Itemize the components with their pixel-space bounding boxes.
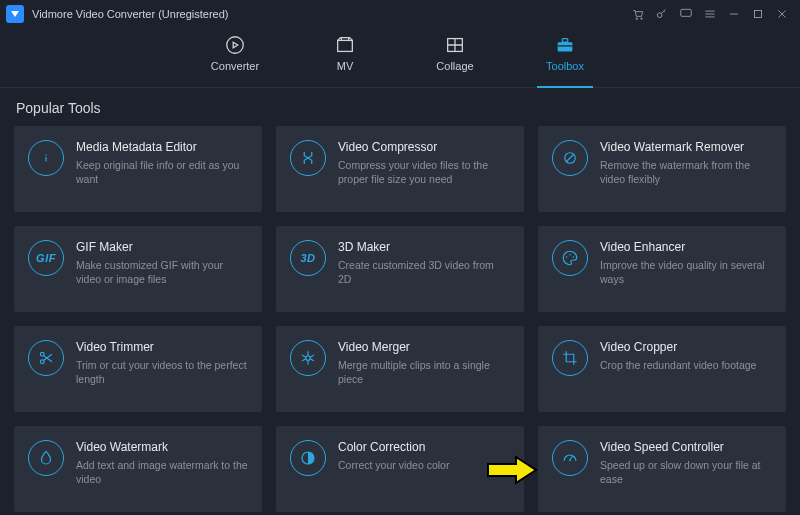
tool-title: Color Correction (338, 440, 510, 454)
mv-icon (334, 34, 356, 56)
tool-video-trimmer[interactable]: Video Trimmer Trim or cut your videos to… (14, 326, 262, 412)
tool-desc: Speed up or slow down your file at ease (600, 458, 772, 486)
feedback-icon[interactable] (674, 4, 698, 24)
svg-point-2 (657, 13, 662, 18)
tab-label: Converter (211, 60, 259, 72)
gauge-icon (552, 440, 588, 476)
tab-label: Collage (436, 60, 473, 72)
tool-color-correction[interactable]: Color Correction Correct your video colo… (276, 426, 524, 512)
window-title: Vidmore Video Converter (Unregistered) (32, 8, 228, 20)
palette-icon (552, 240, 588, 276)
svg-rect-6 (338, 40, 353, 51)
tool-desc: Trim or cut your videos to the perfect l… (76, 358, 248, 386)
main-nav: Converter MV Collage Toolbox (0, 28, 800, 88)
tab-toolbox[interactable]: Toolbox (531, 34, 599, 87)
tool-title: Video Cropper (600, 340, 772, 354)
tab-converter[interactable]: Converter (201, 34, 269, 87)
compress-icon (290, 140, 326, 176)
tool-title: Video Compressor (338, 140, 510, 154)
app-logo (6, 5, 24, 23)
tool-desc: Merge multiple clips into a single piece (338, 358, 510, 386)
section-title: Popular Tools (0, 88, 800, 126)
tool-video-merger[interactable]: Video Merger Merge multiple clips into a… (276, 326, 524, 412)
tool-title: Video Merger (338, 340, 510, 354)
tool-desc: Remove the watermark from the video flex… (600, 158, 772, 186)
watermark-icon (28, 440, 64, 476)
tool-desc: Create customized 3D video from 2D (338, 258, 510, 286)
tool-video-watermark-remover[interactable]: Video Watermark Remover Remove the water… (538, 126, 786, 212)
svg-point-13 (569, 254, 571, 256)
svg-rect-8 (558, 42, 573, 51)
tool-desc: Improve the video quality in several way… (600, 258, 772, 286)
tab-collage[interactable]: Collage (421, 34, 489, 87)
tool-title: Media Metadata Editor (76, 140, 248, 154)
tool-video-compressor[interactable]: Video Compressor Compress your video fil… (276, 126, 524, 212)
minimize-button[interactable] (722, 4, 746, 24)
scissors-icon (28, 340, 64, 376)
close-button[interactable] (770, 4, 794, 24)
tool-title: Video Watermark (76, 440, 248, 454)
tool-desc: Compress your video files to the proper … (338, 158, 510, 186)
tool-video-enhancer[interactable]: Video Enhancer Improve the video quality… (538, 226, 786, 312)
converter-icon (224, 34, 246, 56)
tab-label: Toolbox (546, 60, 584, 72)
maximize-button[interactable] (746, 4, 770, 24)
tool-desc: Crop the redundant video footage (600, 358, 772, 372)
tool-title: Video Speed Controller (600, 440, 772, 454)
svg-point-19 (569, 459, 571, 461)
tool-title: 3D Maker (338, 240, 510, 254)
color-icon (290, 440, 326, 476)
tool-3d-maker[interactable]: 3D 3D Maker Create customized 3D video f… (276, 226, 524, 312)
tool-video-speed-controller[interactable]: Video Speed Controller Speed up or slow … (538, 426, 786, 512)
svg-rect-9 (562, 39, 568, 43)
tool-media-metadata-editor[interactable]: Media Metadata Editor Keep original file… (14, 126, 262, 212)
tool-video-cropper[interactable]: Video Cropper Crop the redundant video f… (538, 326, 786, 412)
tool-title: GIF Maker (76, 240, 248, 254)
tool-desc: Correct your video color (338, 458, 510, 472)
collage-icon (444, 34, 466, 56)
tab-label: MV (337, 60, 354, 72)
tools-grid: Media Metadata Editor Keep original file… (0, 126, 800, 515)
tool-desc: Keep original file info or edit as you w… (76, 158, 248, 186)
gif-icon: GIF (28, 240, 64, 276)
tab-mv[interactable]: MV (311, 34, 379, 87)
svg-point-10 (45, 154, 46, 155)
svg-point-0 (636, 18, 638, 20)
toolbox-icon (554, 34, 576, 56)
info-icon (28, 140, 64, 176)
svg-point-12 (566, 256, 568, 258)
svg-point-1 (641, 18, 643, 20)
titlebar: Vidmore Video Converter (Unregistered) (0, 0, 800, 28)
crop-icon (552, 340, 588, 376)
tool-title: Video Enhancer (600, 240, 772, 254)
tool-title: Video Trimmer (76, 340, 248, 354)
svg-rect-4 (755, 11, 762, 18)
svg-point-14 (573, 256, 575, 258)
svg-point-15 (40, 352, 44, 356)
remove-watermark-icon (552, 140, 588, 176)
svg-point-16 (40, 360, 44, 364)
tool-gif-maker[interactable]: GIF GIF Maker Make customized GIF with y… (14, 226, 262, 312)
cart-icon[interactable] (626, 4, 650, 24)
svg-point-5 (227, 37, 244, 54)
tool-desc: Make customized GIF with your video or i… (76, 258, 248, 286)
svg-point-17 (306, 356, 311, 361)
merge-icon (290, 340, 326, 376)
key-icon[interactable] (650, 4, 674, 24)
tool-video-watermark[interactable]: Video Watermark Add text and image water… (14, 426, 262, 512)
tool-title: Video Watermark Remover (600, 140, 772, 154)
3d-icon: 3D (290, 240, 326, 276)
tool-desc: Add text and image watermark to the vide… (76, 458, 248, 486)
menu-icon[interactable] (698, 4, 722, 24)
